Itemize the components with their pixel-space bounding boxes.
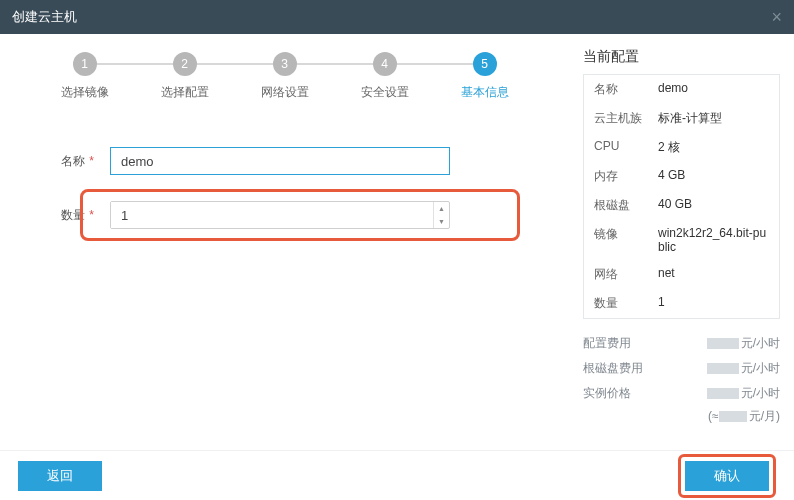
config-summary-table: 名称demo 云主机族标准-计算型 CPU2 核 内存4 GB 根磁盘40 GB… <box>583 74 780 319</box>
highlight-name-field <box>80 189 520 241</box>
name-label: 名称 <box>61 154 85 168</box>
highlight-confirm-button: 确认 <box>678 454 776 498</box>
step-image[interactable]: 1 选择镜像 <box>35 52 135 101</box>
back-button[interactable]: 返回 <box>18 461 102 491</box>
dialog-title: 创建云主机 <box>12 8 77 26</box>
step-basic[interactable]: 5 基本信息 <box>435 52 535 101</box>
close-icon[interactable]: × <box>771 7 782 28</box>
step-spec[interactable]: 2 选择配置 <box>135 52 235 101</box>
pricing-block: 配置费用元/小时 根磁盘费用元/小时 实例价格元/小时 (≈元/月) <box>583 331 780 425</box>
wizard-stepper: 1 选择镜像 2 选择配置 3 网络设置 4 安全设置 5 基本信息 <box>22 48 547 121</box>
name-input[interactable] <box>110 147 450 175</box>
step-security[interactable]: 4 安全设置 <box>335 52 435 101</box>
confirm-button[interactable]: 确认 <box>685 461 769 491</box>
required-mark: * <box>89 154 94 168</box>
config-summary-title: 当前配置 <box>583 48 780 66</box>
step-network[interactable]: 3 网络设置 <box>235 52 335 101</box>
